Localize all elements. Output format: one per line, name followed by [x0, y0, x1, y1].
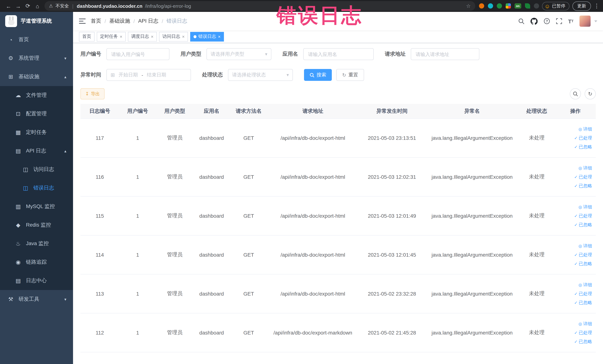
breadcrumb: 首页 / 基础设施 / API 日志 / 错误日志	[91, 18, 187, 24]
app-name-label: 应用名	[282, 51, 298, 58]
address-bar[interactable]: ⚠ 不安全 | dashboard.yudao.iocoder.cn/infra…	[45, 1, 475, 11]
trace-icon: ◉	[15, 259, 22, 266]
sidebar-item-log-center[interactable]: ▤ 日志中心	[0, 271, 73, 290]
sidebar-item-infrastructure[interactable]: ⊞ 基础设施 ▴	[0, 68, 73, 86]
processed-link[interactable]: ✓已处理	[574, 213, 592, 219]
sidebar-item-java-monitor[interactable]: ♨ Java 监控	[0, 234, 73, 253]
browser-menu-icon[interactable]: ⋮	[594, 3, 600, 9]
browser-back-icon[interactable]: ←	[4, 1, 13, 11]
sidebar-item-mysql-monitor[interactable]: ▥ MySQL 监控	[0, 197, 73, 216]
detail-link[interactable]: ◎详细	[579, 165, 592, 171]
ignored-link[interactable]: ✓已忽略	[574, 338, 592, 345]
sidebar-item-home[interactable]: ◔ 首页	[0, 30, 73, 49]
extension-icon-teal[interactable]	[488, 3, 493, 9]
help-icon[interactable]: ?	[544, 18, 550, 24]
processed-link[interactable]: ✓已处理	[574, 252, 592, 258]
breadcrumb-item-home[interactable]: 首页	[91, 18, 101, 24]
font-size-icon[interactable]: TT	[568, 18, 574, 24]
active-tab-dot	[194, 35, 197, 38]
reset-button[interactable]: ↻ 重置	[336, 69, 364, 81]
fullscreen-icon[interactable]	[556, 18, 562, 24]
browser-home-icon[interactable]: ⌂	[33, 1, 42, 11]
logo-image	[5, 15, 17, 27]
infrastructure-icon: ⊞	[7, 73, 14, 80]
search-icon[interactable]	[519, 18, 525, 24]
ignored-link[interactable]: ✓已忽略	[574, 260, 592, 267]
ignored-link[interactable]: ✓已忽略	[574, 299, 592, 306]
ignored-link[interactable]: ✓已忽略	[574, 222, 592, 228]
processed-link[interactable]: ✓已处理	[574, 291, 592, 297]
user-id-input[interactable]	[106, 48, 169, 60]
sidebar-item-file-management[interactable]: ☁ 文件管理	[0, 86, 73, 105]
close-icon[interactable]: ×	[182, 34, 185, 39]
sidebar-item-error-log[interactable]: ◫ 错误日志	[0, 179, 73, 197]
detail-link[interactable]: ◎详细	[579, 243, 592, 249]
tab-scheduled-jobs[interactable]: 定时任务 ×	[97, 32, 126, 41]
refresh-table-button[interactable]: ↻	[585, 88, 596, 99]
caret-down-icon[interactable]	[594, 20, 597, 22]
toggle-search-button[interactable]	[570, 88, 581, 99]
table-header: 日志编号 用户编号 用户类型 应用名 请求方法名 请求地址 异常发生时间 异常名…	[81, 104, 596, 119]
processed-link[interactable]: ✓已处理	[574, 135, 592, 141]
user-avatar[interactable]	[580, 16, 591, 27]
profile-paused-chip[interactable]: ☺ 已暂停	[542, 2, 569, 10]
export-button[interactable]: ↧ 导出	[81, 88, 104, 99]
sidebar-item-scheduled-jobs[interactable]: ▦ 定时任务	[0, 123, 73, 142]
sidebar-item-access-log[interactable]: ◫ 访问日志	[0, 160, 73, 179]
extension-icon-green[interactable]	[497, 3, 502, 9]
extension-icon-grid[interactable]	[506, 3, 511, 9]
sidebar-item-dev-tools[interactable]: ⚒ 研发工具 ▾	[0, 290, 73, 309]
tab-home[interactable]: 首页	[79, 32, 94, 41]
breadcrumb-item-api-log[interactable]: API 日志	[138, 18, 159, 24]
sidebar-item-api-log[interactable]: ▤ API 日志 ▴	[0, 142, 73, 160]
not-secure-label: 不安全	[56, 3, 69, 9]
detail-link[interactable]: ◎详细	[579, 321, 592, 327]
processed-link[interactable]: ✓已处理	[574, 174, 592, 180]
sidebar-item-link-tracing[interactable]: ◉ 链路追踪	[0, 253, 73, 271]
app-name-input[interactable]	[303, 48, 374, 60]
bookmark-star-icon[interactable]: ☆	[466, 3, 471, 9]
processed-link[interactable]: ✓已处理	[574, 329, 592, 336]
app-logo[interactable]: 芋道管理系统	[0, 12, 73, 30]
detail-link[interactable]: ◎详细	[579, 126, 592, 132]
sidebar-item-config-management[interactable]: ⊡ 配置管理	[0, 105, 73, 123]
sidebar-item-redis-monitor[interactable]: ◆ Redis 监控	[0, 216, 73, 234]
process-status-select[interactable]: 请选择处理状态 ▾	[228, 69, 293, 81]
extension-icon-leaf[interactable]	[525, 3, 530, 9]
log-center-icon: ▤	[15, 277, 22, 284]
user-id-label: 用户编号	[81, 51, 101, 58]
check-icon: ✓	[574, 183, 577, 188]
extension-icon-dark[interactable]	[534, 3, 539, 9]
sidebar-toggle-icon[interactable]	[79, 18, 86, 24]
close-icon[interactable]: ×	[218, 34, 220, 39]
detail-link[interactable]: ◎详细	[579, 282, 592, 288]
exception-time-range-picker[interactable]: ⊞ 开始日期 - 结束日期	[106, 69, 191, 81]
extension-icon-on-badge[interactable]: on	[514, 3, 521, 9]
github-icon[interactable]	[531, 18, 538, 25]
browser-refresh-icon[interactable]: ⟳	[23, 1, 33, 11]
close-icon[interactable]: ×	[120, 34, 122, 39]
user-type-select[interactable]: 请选择用户类型 ▾	[207, 48, 271, 60]
close-icon[interactable]: ×	[151, 34, 153, 39]
page-content: 用户编号 用户类型 请选择用户类型 ▾ 应用名	[73, 43, 603, 364]
browser-update-button[interactable]: 更新	[572, 1, 591, 11]
tab-access-log[interactable]: 访问日志 ×	[159, 32, 188, 41]
check-icon: ✓	[574, 330, 577, 335]
screen: ← → ⟳ ⌂ ⚠ 不安全 | dashboard.yudao.iocoder.…	[0, 0, 603, 364]
sidebar-item-label: 访问日志	[33, 166, 54, 173]
sidebar-item-label: 基础设施	[19, 73, 39, 80]
request-url-label: 请求地址	[385, 51, 406, 58]
sidebar-item-system-management[interactable]: ⚙ 系统管理 ▾	[0, 49, 73, 68]
extension-icon-orange[interactable]	[479, 3, 484, 9]
exception-time-label: 异常时间	[81, 71, 101, 78]
ignored-link[interactable]: ✓已忽略	[574, 144, 592, 150]
tab-dispatch-log[interactable]: 调度日志 ×	[128, 32, 157, 41]
ignored-link[interactable]: ✓已忽略	[574, 183, 592, 189]
detail-link[interactable]: ◎详细	[579, 204, 592, 210]
breadcrumb-item-infrastructure[interactable]: 基础设施	[109, 18, 130, 24]
request-url-input[interactable]	[411, 48, 479, 60]
tab-error-log[interactable]: 错误日志 ×	[190, 32, 224, 41]
refresh-icon: ↻	[342, 72, 346, 78]
search-button[interactable]: 搜索	[304, 69, 332, 81]
browser-forward-icon[interactable]: →	[13, 1, 23, 11]
